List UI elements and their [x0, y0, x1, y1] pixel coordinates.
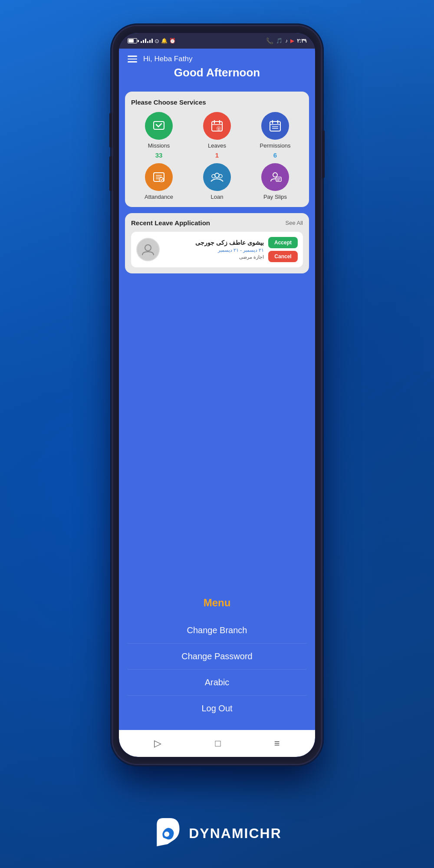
- svg-point-26: [164, 832, 169, 837]
- header-top: Hi, Heba Fathy: [128, 55, 306, 63]
- permissions-label: Permissions: [260, 142, 291, 149]
- status-right: 📞 🎵 ♪ ▶ ٢:٣٩: [266, 37, 306, 44]
- services-card: Please Choose Services Missions: [125, 92, 309, 207]
- svg-point-21: [273, 173, 277, 177]
- phone-icon: 📞: [266, 37, 273, 44]
- phone-wrapper: ⊙ 🔔 ⏰ 📞 🎵 ♪ ▶ ٢:٣٩: [113, 26, 321, 764]
- see-all-button[interactable]: See All: [286, 220, 303, 226]
- payslips-icon: [261, 163, 289, 191]
- battery-icon: [128, 38, 137, 43]
- menu-arabic[interactable]: Arabic: [128, 670, 306, 696]
- leaves-icon: !: [203, 112, 231, 140]
- tiktok-icon: ♪: [285, 38, 288, 44]
- status-left: ⊙ 🔔 ⏰: [128, 38, 176, 44]
- leave-avatar: [136, 238, 160, 261]
- missions-badge: 33: [155, 151, 163, 159]
- leaves-label: Leaves: [208, 142, 226, 149]
- notification-icon: 🔔: [161, 38, 168, 44]
- loan-icon: [203, 163, 231, 191]
- svg-point-25: [145, 245, 151, 251]
- nav-back-button[interactable]: ▷: [147, 736, 168, 751]
- svg-rect-7: [270, 122, 280, 131]
- service-attendance[interactable]: Attandance: [131, 163, 187, 200]
- recent-leave-header: Recent Leave Application See All: [131, 219, 303, 227]
- missions-icon: [145, 112, 173, 140]
- service-loan[interactable]: Loan: [189, 163, 245, 200]
- permissions-badge: 6: [273, 151, 277, 159]
- permissions-icon: [261, 112, 289, 140]
- leave-item: بيشوى عاطف زكى جورجى ٢١ ديسمبر - ٢١ ديسم…: [131, 232, 303, 267]
- loan-label: Loan: [211, 194, 224, 200]
- status-time: ٢:٣٩: [297, 38, 306, 44]
- attendance-icon: [145, 163, 173, 191]
- brand-area: DYNAMICHR: [152, 816, 282, 851]
- recent-leave-section: Recent Leave Application See All بيشوى ع…: [125, 213, 309, 273]
- leave-actions: Accept Cancel: [268, 237, 298, 262]
- services-title: Please Choose Services: [131, 99, 303, 106]
- leave-name: بيشوى عاطف زكى جورجى: [164, 239, 264, 246]
- service-payslips[interactable]: Pay Slips: [247, 163, 303, 200]
- brand-name: DYNAMICHR: [189, 825, 282, 842]
- hamburger-menu[interactable]: [128, 56, 137, 62]
- accept-button[interactable]: Accept: [268, 237, 298, 248]
- menu-overlay: Menu Change Branch Change Password Arabi…: [119, 586, 315, 730]
- menu-change-password[interactable]: Change Password: [128, 644, 306, 670]
- brand-logo-svg: [152, 816, 183, 851]
- service-leaves[interactable]: ! Leaves 1: [189, 112, 245, 159]
- nav-menu-button[interactable]: ≡: [267, 736, 287, 751]
- menu-title: Menu: [128, 597, 306, 609]
- app-header: Hi, Heba Fathy Good Afternoon: [119, 49, 315, 87]
- svg-text:!: !: [218, 127, 220, 131]
- alarm-icon: ⏰: [169, 38, 176, 44]
- music-icon: 🎵: [276, 38, 283, 44]
- brand-name-text: DYNAMICHR: [189, 825, 282, 841]
- leaves-badge: 1: [215, 151, 219, 159]
- leave-info: بيشوى عاطف زكى جورجى ٢١ ديسمبر - ٢١ ديسم…: [164, 239, 264, 260]
- svg-rect-0: [154, 122, 164, 129]
- payslips-label: Pay Slips: [263, 194, 287, 200]
- attendance-label: Attandance: [145, 194, 173, 200]
- svg-point-17: [159, 178, 164, 182]
- services-grid: Missions 33: [131, 112, 303, 200]
- youtube-icon: ▶: [290, 38, 294, 44]
- menu-change-branch[interactable]: Change Branch: [128, 618, 306, 644]
- recent-leave-title: Recent Leave Application: [131, 219, 210, 227]
- bottom-nav: ▷ □ ≡: [119, 730, 315, 757]
- header-greeting: Hi, Heba Fathy: [143, 55, 192, 63]
- leave-type: اجازة مرضى: [164, 254, 264, 260]
- cancel-button[interactable]: Cancel: [268, 251, 298, 262]
- status-bar: ⊙ 🔔 ⏰ 📞 🎵 ♪ ▶ ٢:٣٩: [119, 33, 315, 49]
- service-permissions[interactable]: Permissions 6: [247, 112, 303, 159]
- header-subtitle: Good Afternoon: [128, 66, 306, 79]
- wifi-icon: ⊙: [155, 38, 159, 44]
- phone-frame: ⊙ 🔔 ⏰ 📞 🎵 ♪ ▶ ٢:٣٩: [113, 26, 321, 764]
- missions-label: Missions: [148, 142, 170, 149]
- content-area: Please Choose Services Missions: [119, 87, 315, 730]
- service-missions[interactable]: Missions 33: [131, 112, 187, 159]
- leave-dates: ٢١ ديسمبر - ٢١ ديسمبر: [164, 247, 264, 253]
- signal-bars: [141, 39, 153, 43]
- menu-logout[interactable]: Log Out: [128, 696, 306, 721]
- svg-rect-22: [276, 177, 281, 181]
- nav-home-button[interactable]: □: [208, 736, 227, 751]
- phone-screen: ⊙ 🔔 ⏰ 📞 🎵 ♪ ▶ ٢:٣٩: [119, 33, 315, 757]
